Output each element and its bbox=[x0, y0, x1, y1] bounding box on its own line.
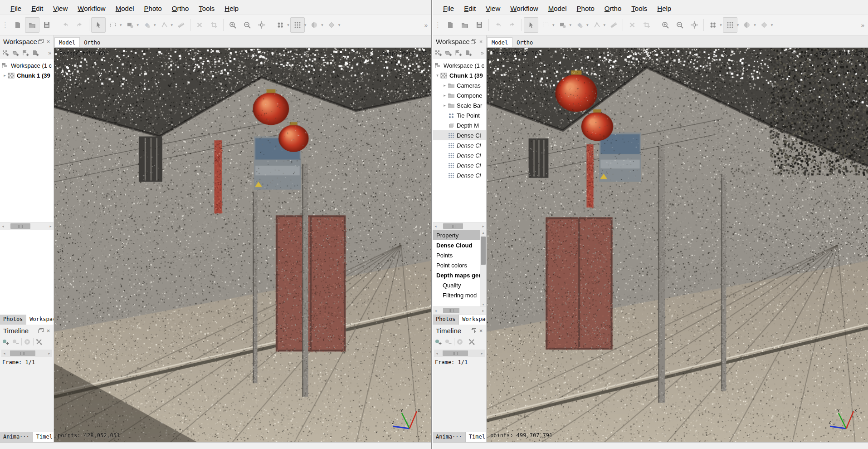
scroll-right-icon[interactable]: ▸ bbox=[480, 309, 486, 313]
menu-edit[interactable]: Edit bbox=[459, 3, 481, 14]
fit-view-button[interactable] bbox=[687, 17, 702, 33]
menu-view[interactable]: View bbox=[48, 3, 73, 14]
tree-item-workspace[interactable]: Workspace (1 c bbox=[433, 60, 486, 70]
delete-selection-button[interactable] bbox=[192, 17, 207, 33]
toolbar-drag-handle[interactable]: ⋮ bbox=[434, 23, 441, 27]
scroll-right-icon[interactable]: ▸ bbox=[479, 351, 485, 355]
move-region-button[interactable] bbox=[556, 17, 570, 33]
menu-model[interactable]: Model bbox=[543, 3, 572, 14]
save-project-button[interactable] bbox=[39, 17, 54, 33]
tree-item-dense-cloud[interactable]: Dense Cl bbox=[433, 140, 486, 150]
tab-animation[interactable]: Anima··· bbox=[433, 432, 466, 442]
add-chunk-button[interactable] bbox=[1, 49, 10, 58]
scrollbar-thumb[interactable] bbox=[443, 223, 463, 229]
dropdown-arrow-icon[interactable]: ▾ bbox=[321, 23, 323, 27]
tree-item-workspace[interactable]: Workspace (1 c bbox=[0, 60, 54, 70]
scroll-right-icon[interactable]: ▸ bbox=[480, 224, 486, 228]
dropdown-arrow-icon[interactable]: ▾ bbox=[552, 23, 555, 27]
menu-file[interactable]: File bbox=[438, 3, 459, 14]
scrollbar-thumb[interactable] bbox=[10, 223, 30, 229]
rotate-region-button[interactable] bbox=[140, 17, 154, 33]
undo-button[interactable] bbox=[491, 17, 505, 33]
select-arrow-button[interactable] bbox=[524, 17, 538, 33]
menu-workflow[interactable]: Workflow bbox=[73, 3, 110, 14]
menu-tools[interactable]: Tools bbox=[194, 3, 219, 14]
slider-thumb[interactable] bbox=[443, 350, 468, 356]
menu-help[interactable]: Help bbox=[652, 3, 676, 14]
tree-item-scale-bars[interactable]: ▸ Scale Bar bbox=[433, 100, 486, 110]
scroll-left-icon[interactable]: ◂ bbox=[433, 309, 439, 313]
textured-model-button[interactable] bbox=[324, 17, 339, 33]
expander-collapsed-icon[interactable]: ▸ bbox=[2, 73, 8, 78]
menu-ortho[interactable]: Ortho bbox=[600, 3, 627, 14]
dropdown-arrow-icon[interactable]: ▾ bbox=[754, 23, 756, 27]
angle-measure-button[interactable] bbox=[590, 17, 604, 33]
shaded-model-button[interactable] bbox=[740, 17, 754, 33]
tree-item-dense-cloud-active[interactable]: Dense Cl bbox=[433, 130, 486, 140]
add-photos-button[interactable] bbox=[444, 49, 453, 58]
rectangle-selection-button[interactable] bbox=[538, 17, 553, 33]
dropdown-arrow-icon[interactable]: ▾ bbox=[137, 23, 139, 27]
dropdown-arrow-icon[interactable]: ▾ bbox=[604, 23, 606, 27]
dropdown-arrow-icon[interactable]: ▾ bbox=[171, 23, 173, 27]
dropdown-arrow-icon[interactable]: ▾ bbox=[771, 23, 773, 27]
redo-button[interactable] bbox=[505, 17, 520, 33]
new-document-button[interactable] bbox=[10, 17, 25, 33]
workspace-horizontal-scrollbar[interactable]: ◂ ▸ bbox=[433, 222, 486, 230]
tree-item-chunk[interactable]: ▾ Chunk 1 (39 bbox=[433, 70, 486, 80]
rotate-region-button[interactable] bbox=[572, 17, 587, 33]
menu-model[interactable]: Model bbox=[111, 3, 139, 14]
scroll-left-icon[interactable]: ◂ bbox=[434, 351, 440, 355]
remove-frame-button[interactable] bbox=[444, 338, 453, 346]
menu-photo[interactable]: Photo bbox=[572, 3, 600, 14]
tab-model[interactable]: Model bbox=[54, 37, 80, 47]
tree-item-depth-maps[interactable]: Depth M bbox=[433, 120, 486, 130]
property-vertical-scrollbar[interactable]: ▴ ▾ bbox=[480, 230, 486, 307]
menu-ortho[interactable]: Ortho bbox=[167, 3, 194, 14]
zoom-out-button[interactable] bbox=[240, 17, 254, 33]
float-panel-button[interactable] bbox=[37, 38, 44, 45]
dropdown-arrow-icon[interactable]: ▾ bbox=[720, 23, 722, 27]
timeline-settings-button[interactable] bbox=[468, 338, 476, 346]
dense-cloud-button[interactable] bbox=[723, 17, 737, 33]
import-reference-button[interactable] bbox=[464, 49, 473, 58]
point-cloud-button[interactable] bbox=[273, 17, 288, 33]
dropdown-arrow-icon[interactable]: ▾ bbox=[120, 23, 122, 27]
tree-item-dense-cloud[interactable]: Dense Cl bbox=[433, 170, 486, 180]
menu-help[interactable]: Help bbox=[219, 3, 244, 14]
tab-workspace[interactable]: Workspace bbox=[459, 315, 487, 325]
tab-model[interactable]: Model bbox=[487, 37, 512, 47]
close-panel-button[interactable]: × bbox=[44, 327, 52, 334]
menu-file[interactable]: File bbox=[5, 3, 26, 14]
scroll-right-icon[interactable]: ▸ bbox=[46, 351, 52, 355]
point-cloud-view[interactable] bbox=[487, 48, 868, 442]
float-panel-button[interactable] bbox=[469, 38, 477, 45]
dense-cloud-button[interactable] bbox=[290, 17, 305, 33]
slider-thumb[interactable] bbox=[10, 350, 35, 356]
expander-collapsed-icon[interactable]: ▸ bbox=[442, 103, 448, 108]
point-cloud-view[interactable] bbox=[54, 48, 431, 442]
scroll-left-icon[interactable]: ◂ bbox=[1, 351, 7, 355]
tab-photos[interactable]: Photos bbox=[0, 315, 26, 325]
add-marker-button[interactable] bbox=[21, 49, 30, 58]
expander-expanded-icon[interactable]: ▾ bbox=[434, 73, 440, 78]
scroll-left-icon[interactable]: ◂ bbox=[433, 224, 439, 228]
angle-measure-button[interactable] bbox=[157, 17, 171, 33]
tab-animation[interactable]: Anima··· bbox=[0, 432, 33, 442]
tab-workspace[interactable]: Workspace bbox=[26, 315, 54, 325]
tab-photos[interactable]: Photos bbox=[433, 315, 459, 325]
new-document-button[interactable] bbox=[443, 17, 458, 33]
workspace-horizontal-scrollbar[interactable]: ◂ ▸ bbox=[0, 222, 54, 230]
expander-collapsed-icon[interactable]: ▸ bbox=[442, 83, 448, 88]
float-panel-button[interactable] bbox=[37, 327, 44, 334]
dropdown-arrow-icon[interactable]: ▾ bbox=[570, 23, 572, 27]
fit-view-button[interactable] bbox=[254, 17, 269, 33]
menu-tools[interactable]: Tools bbox=[626, 3, 652, 14]
frame-slider[interactable]: ◂ ▸ bbox=[1, 350, 52, 357]
add-frame-button[interactable] bbox=[434, 338, 443, 346]
add-chunk-button[interactable] bbox=[434, 49, 443, 58]
play-animation-button[interactable] bbox=[23, 338, 32, 346]
scroll-left-icon[interactable]: ◂ bbox=[0, 224, 6, 228]
float-panel-button[interactable] bbox=[469, 327, 477, 334]
property-horizontal-scrollbar[interactable]: ◂ ▸ bbox=[433, 306, 486, 315]
